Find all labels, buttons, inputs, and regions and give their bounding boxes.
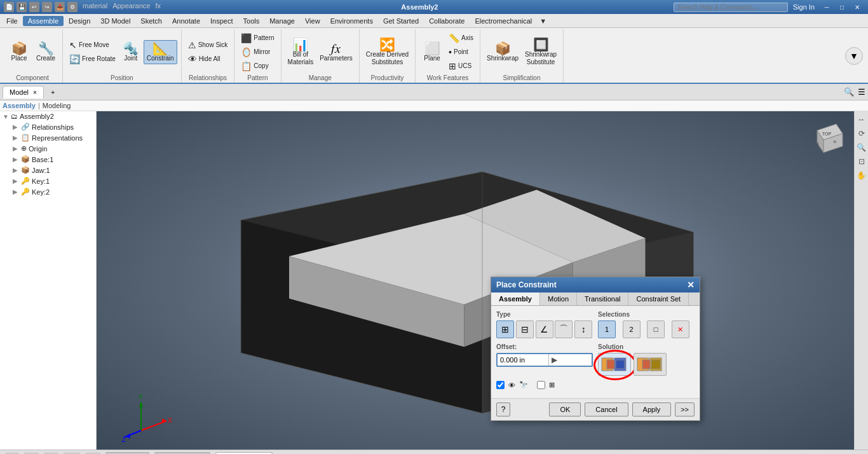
viewport[interactable]: TOP L R X Y Z: [97, 111, 868, 450]
dialog-tab-assembly[interactable]: Assembly: [491, 292, 540, 305]
dialog-titlebar[interactable]: Place Constraint ✕: [491, 277, 700, 292]
options-button[interactable]: ▼: [845, 47, 863, 65]
menu-file[interactable]: File: [1, 16, 23, 26]
constraint-tangent-button[interactable]: ⌒: [555, 320, 573, 338]
tree-key1[interactable]: ▶ 🔑 Key:1: [10, 175, 96, 186]
dialog-close-button[interactable]: ✕: [687, 280, 695, 290]
tree-origin[interactable]: ▶ ⊕ Origin: [10, 143, 96, 154]
menu-manage[interactable]: Manage: [264, 16, 300, 26]
pattern-button[interactable]: ⬛ Pattern: [238, 32, 276, 45]
simplification-group-label[interactable]: Simplification: [503, 74, 541, 81]
menu-tools[interactable]: Tools: [238, 16, 265, 26]
expand-menu-icon[interactable]: ▼: [539, 17, 546, 25]
menu-icon[interactable]: ☰: [858, 87, 865, 97]
undo-icon[interactable]: ↩: [29, 2, 39, 12]
shrinkwrap-button[interactable]: 📦 Shrinkwrap: [484, 41, 521, 64]
offset-input-field[interactable]: [498, 355, 548, 365]
sel-clear-button[interactable]: □: [647, 320, 665, 338]
free-rotate-button[interactable]: 🔄 Free Rotate: [67, 53, 118, 65]
hide-all-button[interactable]: 👁 Hide All: [186, 53, 231, 65]
apply-button[interactable]: Apply: [632, 402, 672, 416]
menu-view[interactable]: View: [300, 16, 325, 26]
pattern-group-label[interactable]: Pattern: [247, 74, 268, 81]
shrinkwrap-substitute-button[interactable]: 🔲 ShrinkwrapSubstitute: [522, 37, 559, 67]
settings-icon[interactable]: ⚙: [67, 2, 78, 12]
free-move-button[interactable]: ↖ Free Move: [67, 39, 118, 52]
create-derived-button[interactable]: 🔀 Create DerivedSubstitutes: [363, 37, 411, 67]
tree-key2[interactable]: ▶ 🔑 Key:2: [10, 186, 96, 197]
constraint-angle-button[interactable]: ∠: [536, 320, 553, 338]
dialog-tab-transitional[interactable]: Transitional: [577, 292, 628, 305]
point-button[interactable]: • Point: [446, 46, 476, 58]
menu-assemble[interactable]: Assemble: [23, 16, 64, 26]
relationships-group-label[interactable]: Relationships: [189, 74, 227, 81]
show-sick-button[interactable]: ⚠ Show Sick: [186, 39, 231, 52]
menu-electromechanical[interactable]: Electromechanical: [470, 16, 537, 26]
copy-button[interactable]: 📋 Copy: [238, 60, 276, 72]
offset-arrow-button[interactable]: ▶: [548, 354, 560, 366]
fit-button[interactable]: ⊡: [856, 156, 867, 167]
menu-getstarted[interactable]: Get Started: [378, 16, 424, 26]
constraint-flush-button[interactable]: ⊟: [516, 320, 534, 338]
redo-icon[interactable]: ↪: [42, 2, 52, 12]
axis-button[interactable]: 📏 Axis: [446, 32, 476, 45]
assembly-tab[interactable]: Assembly: [3, 102, 36, 109]
minimize-button[interactable]: ─: [820, 2, 834, 12]
pan-button[interactable]: ↔: [856, 114, 867, 125]
dialog-tab-motion[interactable]: Motion: [540, 292, 577, 305]
dialog-tab-constraint-set[interactable]: Constraint Set: [628, 292, 689, 305]
solution-btn-2[interactable]: [634, 353, 667, 376]
menu-annotate[interactable]: Annotate: [167, 16, 205, 26]
ok-button[interactable]: OK: [549, 402, 581, 416]
productivity-group-label[interactable]: Productivity: [371, 74, 404, 81]
ucs-button[interactable]: ⊞ UCS: [446, 60, 476, 72]
close-button[interactable]: ✕: [850, 2, 864, 12]
file-icon[interactable]: 📄: [4, 2, 14, 12]
expand-button[interactable]: >>: [675, 402, 695, 416]
sel-remove-button[interactable]: ✕: [672, 320, 689, 338]
preview-checkbox[interactable]: [496, 381, 505, 389]
parameters-button[interactable]: 𝑓𝑥 Parameters: [317, 41, 355, 64]
share-icon[interactable]: 📤: [55, 2, 65, 12]
maximize-button[interactable]: □: [835, 2, 849, 12]
constraint-mate-button[interactable]: ⊞: [496, 320, 514, 338]
component-group-label[interactable]: Component: [16, 74, 49, 81]
plane-button[interactable]: ⬜ Plane: [419, 41, 445, 64]
mirror-button[interactable]: 🪞 Mirror: [238, 46, 276, 58]
bill-of-materials-button[interactable]: 📊 Bill ofMaterials: [285, 37, 316, 67]
joint-button[interactable]: 🔩 Joint: [119, 41, 142, 64]
place-button[interactable]: 📦 Place: [6, 41, 32, 64]
place-constraint-dialog[interactable]: Place Constraint ✕ Assembly Motion Trans…: [491, 277, 700, 421]
sel-1-button[interactable]: 1: [598, 320, 616, 338]
tree-jaw1[interactable]: ▶ 📦 Jaw:1: [10, 165, 96, 175]
modeling-tab[interactable]: Modeling: [43, 102, 71, 109]
menu-environments[interactable]: Environments: [325, 16, 378, 26]
search-input[interactable]: [674, 3, 788, 12]
tree-assembly2[interactable]: ▼ 🗂 Assembly2: [0, 111, 96, 121]
menu-inspect[interactable]: Inspect: [205, 16, 238, 26]
menu-design[interactable]: Design: [64, 16, 95, 26]
solution-btn-1[interactable]: [598, 353, 631, 376]
menu-collaborate[interactable]: Collaborate: [424, 16, 470, 26]
tree-relationships[interactable]: ▶ 🔗 Relationships: [10, 121, 96, 132]
view-cube[interactable]: TOP L R: [804, 118, 849, 162]
help-button[interactable]: ?: [496, 402, 510, 416]
work-features-group-label[interactable]: Work Features: [427, 74, 468, 81]
zoom-button[interactable]: 🔍: [856, 142, 867, 153]
constrain-button[interactable]: 📐 Constrain: [144, 40, 177, 64]
position-group-label[interactable]: Position: [111, 74, 133, 81]
manage-group-label[interactable]: Manage: [309, 74, 332, 81]
tree-representations[interactable]: ▶ 📋 Representations: [10, 132, 96, 143]
save-icon[interactable]: 💾: [17, 2, 27, 12]
menu-3dmodel[interactable]: 3D Model: [95, 16, 135, 26]
constraint-insert-button[interactable]: ↕: [574, 320, 592, 338]
tree-base1[interactable]: ▶ 📦 Base:1: [10, 154, 96, 165]
create-button[interactable]: 🔧 Create: [33, 41, 58, 64]
search-icon[interactable]: 🔍: [844, 87, 854, 97]
model-tab-close[interactable]: ×: [33, 89, 37, 96]
cancel-button[interactable]: Cancel: [585, 402, 628, 416]
new-tab-button[interactable]: +: [44, 86, 62, 99]
select-button[interactable]: ✋: [856, 170, 867, 181]
orbit-button[interactable]: ⟳: [856, 128, 867, 139]
menu-sketch[interactable]: Sketch: [135, 16, 167, 26]
